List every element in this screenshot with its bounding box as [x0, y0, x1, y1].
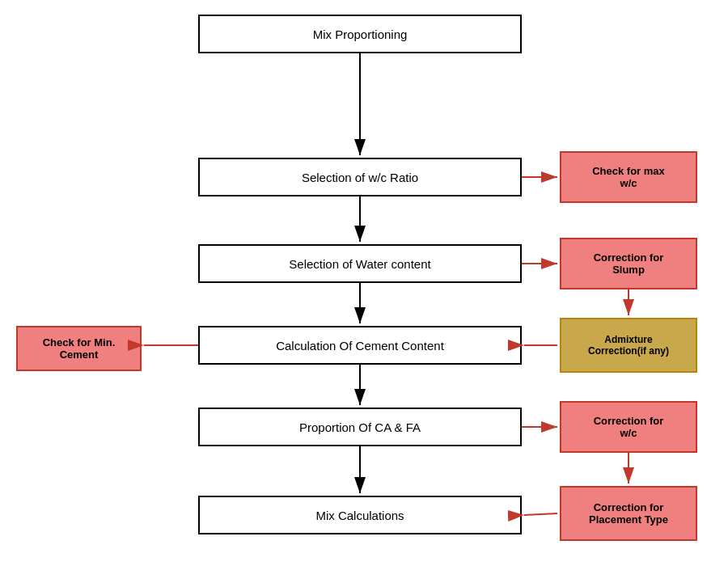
- box-correction-slump: Correction forSlump: [560, 238, 697, 289]
- box-water-content: Selection of Water content: [198, 244, 522, 283]
- box-correction-wc: Correction forw/c: [560, 401, 697, 453]
- svg-line-18: [524, 513, 557, 515]
- diagram-container: Mix Proportioning Selection of w/c Ratio…: [0, 0, 728, 566]
- box-mix-proportioning: Mix Proportioning: [198, 15, 522, 53]
- box-cement-content: Calculation Of Cement Content: [198, 326, 522, 365]
- box-check-min-cement: Check for Min.Cement: [16, 326, 142, 371]
- box-ca-fa: Proportion Of CA & FA: [198, 408, 522, 446]
- box-correction-placement: Correction forPlacement Type: [560, 486, 697, 541]
- box-check-max-wc: Check for maxw/c: [560, 151, 697, 203]
- box-wc-ratio: Selection of w/c Ratio: [198, 158, 522, 196]
- box-admixture-correction: AdmixtureCorrection(if any): [560, 318, 697, 373]
- box-mix-calculations: Mix Calculations: [198, 496, 522, 534]
